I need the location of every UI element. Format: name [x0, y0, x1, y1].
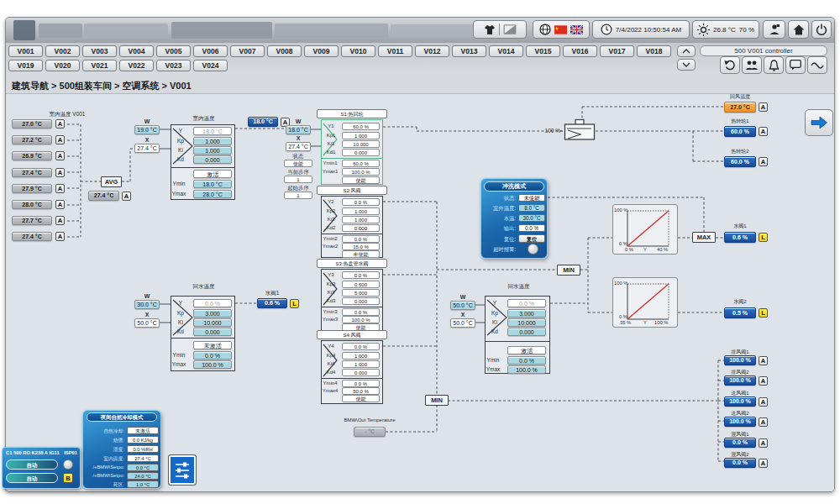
pid2-mode[interactable]: 未激活	[193, 341, 232, 349]
alarm-badge[interactable]: A	[55, 232, 65, 241]
pid1-w-input[interactable]: 19.0 °C	[134, 125, 160, 134]
s4-kp-value[interactable]: 1.000	[342, 352, 380, 360]
s3-y-value[interactable]: 0.0 %	[342, 271, 380, 279]
s4-kd-value[interactable]: 0.000	[342, 369, 380, 376]
pid3-w-input[interactable]: 50.0 °C	[450, 301, 475, 310]
s1-kp-value[interactable]: 1.000	[342, 132, 380, 139]
pid2-kd-value[interactable]: 0.000	[193, 328, 232, 336]
pid1-mode[interactable]: 激活	[193, 170, 232, 178]
pid3-kd-value[interactable]: 0.000	[507, 328, 546, 336]
s3-ymax-value[interactable]: 100.0 %	[342, 316, 380, 323]
s2-kd-value[interactable]: 0.000	[342, 224, 380, 232]
s4-ymin-value[interactable]: 0.0 %	[342, 380, 380, 387]
night-setpo1-value[interactable]: 0.0 °C	[127, 464, 159, 471]
navigate-next-button[interactable]	[805, 109, 833, 136]
night-humidity-label: 湿度:	[84, 446, 124, 454]
pid2-kp-value[interactable]: 3.000	[193, 309, 232, 318]
night-cooling-value: 未激活	[127, 427, 159, 434]
s1-kd-value[interactable]: 0.000	[342, 149, 380, 156]
alarm-badge[interactable]: A	[759, 127, 768, 136]
alarm-badge[interactable]: A	[55, 151, 65, 160]
s4-ymax-value[interactable]: 50.0 %	[342, 387, 380, 395]
stage-start-step-value[interactable]: 1	[284, 192, 312, 199]
pid2-x-label: X	[134, 312, 160, 318]
pid2-ymax-value[interactable]: 100.0 %	[193, 360, 232, 369]
g1-xlabel: Y	[643, 247, 647, 252]
pid1-y-value[interactable]: 18.0 °C	[193, 127, 232, 135]
s4-ki-value[interactable]: 1.000	[342, 360, 380, 368]
pid2-w-input[interactable]: 30.0 °C	[134, 300, 160, 309]
alarm-badge[interactable]: A	[55, 216, 65, 225]
pid1-ymax-value[interactable]: 28.0 °C	[193, 190, 232, 198]
s2-ki-value[interactable]: 1.000	[342, 216, 380, 223]
s1-ki-value[interactable]: 10.000	[342, 140, 380, 148]
alarm-badge[interactable]: A	[759, 438, 768, 448]
night-setpo2-value[interactable]: 24.0 °C	[127, 472, 159, 480]
alarm-badge[interactable]: A	[55, 200, 65, 209]
pid3-x-input: 50.0 °C	[450, 318, 475, 328]
stage-w-value[interactable]: 18.0 °C	[286, 125, 311, 134]
alarm-badge[interactable]: A	[55, 119, 65, 129]
night-deadband-label: 死区:	[84, 481, 124, 489]
s4-y-value[interactable]: 0.0 %	[342, 343, 380, 350]
s1-mode[interactable]: 使能	[342, 176, 380, 184]
alarm-badge[interactable]: A	[759, 356, 768, 365]
pid3-ymax-value[interactable]: 100.0 %	[507, 365, 546, 374]
s3-kd-value[interactable]: 0.000	[342, 297, 380, 305]
flush-reset-label: 复位:	[479, 236, 516, 244]
s1-ymax-value[interactable]: 100.0 %	[342, 168, 380, 176]
s1-y-value[interactable]: 60.0 %	[342, 123, 380, 130]
alarm-badge[interactable]: A	[759, 157, 768, 166]
s2-mode[interactable]: 未使能	[342, 250, 380, 258]
pid2-y-value[interactable]: 0.0 %	[193, 299, 232, 307]
local-badge[interactable]: L	[290, 299, 299, 308]
alarm-badge[interactable]: A	[55, 168, 65, 177]
alarm-badge[interactable]: A	[55, 135, 65, 144]
pid2-ki-value[interactable]: 10.000	[193, 318, 232, 327]
s3-kp-lbl: Kp3	[322, 281, 340, 286]
auto-mode-button-2[interactable]: 自动	[6, 473, 58, 483]
flush-outdoor-label: 室外温度:	[479, 205, 516, 213]
alarm-badge[interactable]: A	[759, 102, 768, 112]
pid1-ki-value[interactable]: 1.000	[193, 146, 232, 155]
flush-reset-button[interactable]: 复位	[518, 234, 545, 243]
s2-ymax-value[interactable]: 15.0 %	[342, 243, 380, 250]
alarm-badge[interactable]: A	[759, 459, 768, 468]
alarm-badge[interactable]: A	[759, 397, 768, 407]
alarm-badge[interactable]: A	[55, 184, 65, 193]
pid2-output-value: 0.6 %	[257, 298, 287, 308]
pid1-ymin-value[interactable]: 18.0 °C	[193, 180, 232, 188]
pid3-ymin-value[interactable]: 0.0 %	[507, 356, 546, 365]
flush-outdoor-value[interactable]: 8.0 °C	[518, 204, 545, 212]
s2-y-value[interactable]: 0.0 %	[342, 198, 380, 206]
s3-ymin-value[interactable]: 0.0 %	[342, 308, 380, 316]
b-badge[interactable]: B	[63, 473, 73, 483]
adjustments-button[interactable]	[168, 454, 197, 486]
s2-ymin-value[interactable]: 0.0 %	[342, 235, 380, 243]
night-deadband-value[interactable]: 1.0 °C	[127, 480, 159, 488]
alarm-badge[interactable]: A	[122, 192, 131, 201]
flush-water-value[interactable]: 30.0 °C	[518, 214, 545, 222]
local-badge[interactable]: L	[759, 233, 768, 242]
s1-ymin-value[interactable]: 60.0 %	[342, 160, 380, 167]
alarm-badge[interactable]: A	[759, 417, 768, 427]
pid1-kp-value[interactable]: 1.000	[193, 137, 232, 145]
stage-status-value: 使能	[284, 160, 312, 167]
s2-ymax-lbl: Ymax2	[320, 244, 340, 249]
pid3-y-value[interactable]: 0.0 %	[507, 299, 546, 307]
s3-kp-value[interactable]: 0.500	[342, 281, 380, 288]
room-temps-list: 27.0 °C A 27.2 °C A 26.9 °C A 27.4 °C A …	[12, 119, 79, 249]
pid3-ki-value[interactable]: 10.000	[507, 318, 546, 327]
s3-ki-value[interactable]: 5.000	[342, 289, 380, 297]
s4-mode[interactable]: 使能	[342, 395, 380, 402]
alarm-badge[interactable]: A	[759, 376, 768, 386]
pid3-kp-value[interactable]: 3.000	[507, 309, 546, 318]
avg-value: 27.4 °C	[88, 191, 119, 201]
pid3-mode[interactable]: 激活	[507, 346, 546, 354]
application-window: 7/4/2022 10:50:54 AM 26.8 °C 70 % V001V0…	[0, 0, 840, 504]
pid2-ymin-value[interactable]: 0.0 %	[193, 351, 232, 360]
auto-mode-button-1[interactable]: 自动	[6, 459, 58, 470]
pid1-kd-value[interactable]: 0.000	[193, 155, 232, 164]
s2-kp-value[interactable]: 1.000	[342, 207, 380, 215]
local-badge[interactable]: L	[759, 308, 768, 318]
